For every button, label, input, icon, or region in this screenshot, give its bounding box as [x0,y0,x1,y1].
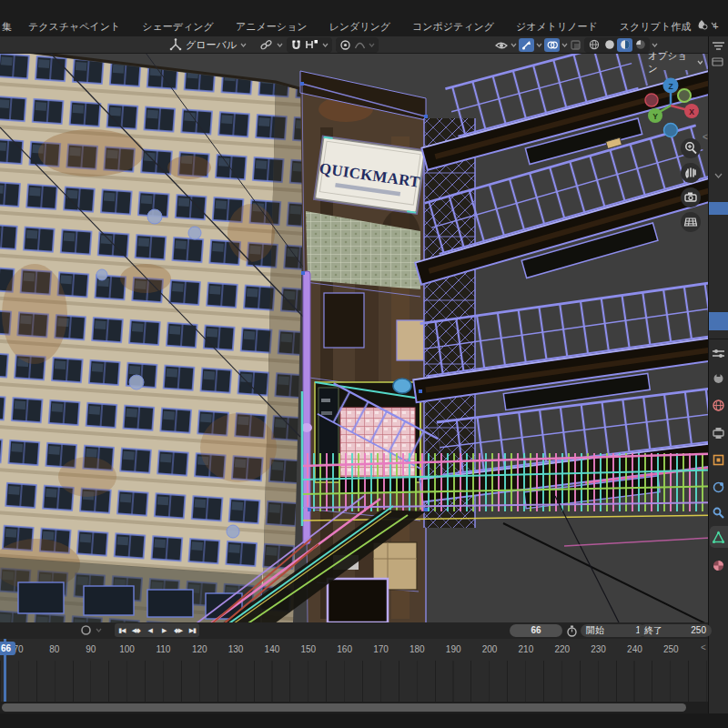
chevron-down-icon[interactable] [240,43,247,47]
tab-compositing[interactable]: コンポジティング [401,17,505,36]
workspace-tabs: 集テクスチャペイントシェーディングアニメーションレンダリングコンポジティングジオ… [0,16,728,37]
stopwatch-icon[interactable] [566,625,578,637]
tab-modifier-properties[interactable] [712,506,725,520]
next-keyframe-button[interactable]: ◆▶ [171,623,186,637]
axis-neg-x[interactable] [645,94,658,106]
snap-target-icon[interactable] [259,39,273,50]
axis-z-label: Z [668,82,672,91]
timeline-editor: ▮◀◀◆◀▶◆▶▶▮ 66 開始 1 終了 250 70809010011012… [0,622,708,728]
current-frame-field[interactable]: 66 [510,624,562,637]
collection-icon[interactable] [712,56,723,66]
chevron-down-icon[interactable] [714,173,723,178]
axis-neg-z[interactable] [664,124,678,137]
xray-toggle-icon[interactable] [570,39,582,51]
chevron-down-icon [711,22,717,26]
chevron-down-icon[interactable] [511,43,517,47]
frame-ruler[interactable]: 7080901001101201301401501601701801902002… [0,639,708,661]
tab-world-properties[interactable] [712,399,725,412]
panel-selected-row[interactable] [709,312,728,330]
tab-animation[interactable]: アニメーション [225,17,318,36]
auto-keying-controls[interactable] [80,624,102,636]
ruler-tick: 160 [337,644,352,654]
solid-shading-icon [604,39,615,50]
end-frame-field[interactable]: 終了 250 [639,624,712,637]
scene-icon [695,18,708,30]
current-frame-badge[interactable]: 66 [0,642,15,655]
start-frame-label: 開始 [586,624,604,637]
transform-orientation-icon [169,38,182,51]
3d-viewport[interactable]: QUICKMART [0,0,728,728]
playback-controls: ▮◀◀◆◀▶◆▶▶▮ [115,623,199,637]
tab-material-properties[interactable] [712,559,725,572]
ruler-tick: 130 [228,644,244,654]
tab-tool-properties[interactable] [712,371,725,385]
timeline-collapse-chevron[interactable]: < [701,642,706,652]
tab-texture-paint[interactable]: テクスチャペイント [17,17,131,36]
end-frame-label: 終了 [644,624,662,637]
shading-solid-button[interactable] [602,38,617,52]
blender-window: { "topbar": { "tabs": [ {"name":"tab-uv-… [0,0,728,728]
camera-view-button[interactable] [681,187,701,207]
tab-output-properties[interactable] [712,426,725,440]
axis-y-label: Y [652,112,658,121]
perspective-toggle-button[interactable] [681,212,701,232]
play-button[interactable]: ▶ [157,623,172,637]
tab-scripting[interactable]: スクリプト作成 [609,17,702,36]
outliner-selected-row[interactable] [709,202,728,215]
properties-header-icon[interactable] [712,348,725,359]
scene-selector[interactable] [695,18,717,30]
proportional-editing-icon[interactable] [339,39,351,51]
end-frame-value: 250 [691,625,706,635]
ruler-tick: 180 [410,644,425,654]
ruler-tick: 250 [663,644,679,654]
ruler-tick: 220 [554,644,570,654]
chevron-down-icon[interactable] [561,43,568,47]
shading-material-button[interactable] [617,38,632,52]
jump-to-end-button[interactable]: ▶▮ [186,623,200,637]
chevron-down-icon[interactable] [652,43,658,47]
timeline-track-area[interactable] [0,661,708,702]
blue-lamp [393,379,411,393]
ruler-tick: 150 [300,644,316,654]
chevron-down-icon[interactable] [369,43,375,47]
options-dropdown[interactable]: オプション [648,55,703,70]
snap-with-icon[interactable] [305,39,319,50]
timeline-header: ▮◀◀◆◀▶◆▶▶▮ 66 開始 1 終了 250 [0,622,708,639]
start-frame-field[interactable]: 開始 1 [581,624,646,637]
tab-geometry-nodes[interactable]: ジオメトリノード [505,17,609,36]
overlays-toggle[interactable] [544,38,560,52]
ruler-tick: 190 [446,644,461,654]
outliner-filter-icon[interactable] [712,40,725,52]
ruler-tick: 230 [591,644,606,654]
tab-object-properties[interactable] [712,453,725,467]
overlays-icon [547,40,558,50]
chevron-down-icon[interactable] [322,43,329,47]
shading-wireframe-button[interactable] [586,38,602,52]
chevron-down-icon[interactable] [536,43,542,47]
zoom-button[interactable] [681,138,701,158]
current-frame-value: 66 [531,625,541,635]
prev-keyframe-button[interactable]: ◀◆ [129,623,144,637]
tab-uv-editing-partial[interactable]: 集 [0,17,17,36]
tab-data-properties[interactable] [712,531,725,544]
play-reverse-button[interactable]: ◀ [143,623,157,637]
ruler-tick: 80 [49,644,59,654]
snap-magnet-icon[interactable] [290,39,302,51]
tab-physics-properties[interactable] [712,480,725,494]
gizmos-toggle[interactable] [519,38,534,52]
show-gizmo-icon[interactable] [494,39,509,51]
ruler-tick: 240 [627,644,642,654]
orientation-dropdown[interactable]: グローバル [186,38,237,52]
chevron-down-icon[interactable] [277,43,283,47]
jump-to-start-button[interactable]: ▮◀ [115,623,129,637]
tab-shading[interactable]: シェーディング [131,17,225,36]
ruler-tick: 210 [519,644,534,654]
timeline-scrollbar[interactable] [2,703,686,712]
pan-button[interactable] [681,163,701,183]
shading-rendered-button[interactable] [632,38,648,52]
chevron-down-icon [697,60,703,65]
tab-rendering[interactable]: レンダリング [318,17,401,36]
topbar [0,0,728,16]
falloff-curve-icon[interactable] [354,40,366,50]
axis-neg-y[interactable] [678,89,691,102]
